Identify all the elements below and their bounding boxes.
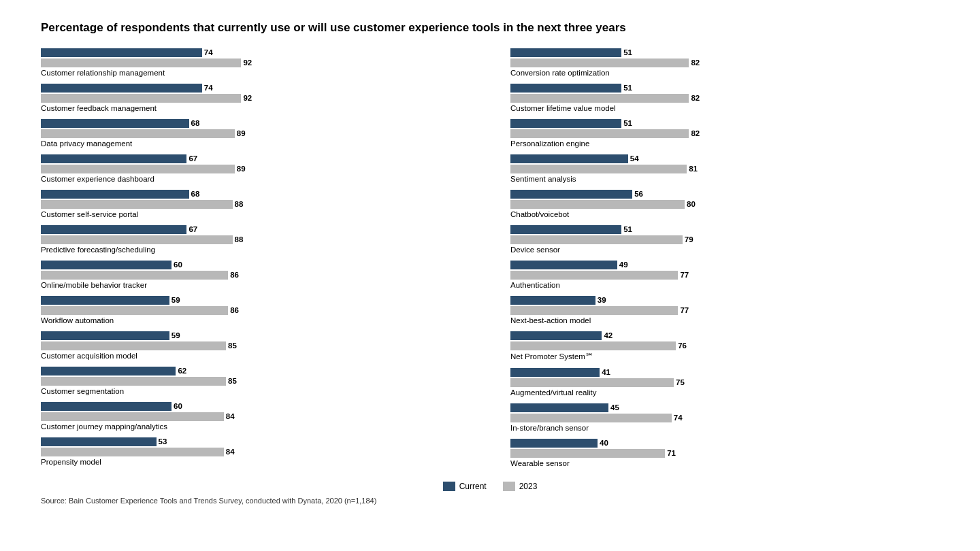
bar-group: 5985Customer acquisition model [41,331,470,362]
category-label: In-store/branch sensor [510,423,939,434]
future-value-label: 86 [230,306,239,314]
bar-group: 5182Customer lifetime value model [510,83,939,114]
future-bar [510,306,678,315]
current-value-label: 68 [191,119,200,127]
current-value-label: 74 [204,48,213,56]
current-bar [510,154,628,163]
current-value-label: 60 [174,402,182,410]
current-bar [510,331,602,340]
source-text: Source: Bain Customer Experience Tools a… [41,497,939,505]
category-label: Customer journey mapping/analytics [41,422,470,433]
legend-current-box [443,482,455,491]
bar-group: 4574In-store/branch sensor [510,403,939,434]
current-value-label: 51 [623,225,632,233]
current-bar-row: 51 [510,118,939,128]
future-value-label: 92 [243,94,252,102]
future-bar-row: 82 [510,58,939,67]
future-value-label: 85 [228,341,237,350]
bar-group: 6086Online/mobile behavior tracker [41,260,470,291]
current-bar [41,84,202,93]
future-bar-row: 81 [510,164,939,173]
future-bar-row: 88 [41,199,470,209]
current-bar [510,403,608,412]
bar-group: 5182Conversion rate optimization [510,48,939,79]
future-bar-row: 75 [510,378,939,387]
category-label: Customer lifetime value model [510,103,939,114]
current-value-label: 62 [178,367,186,375]
current-value-label: 68 [191,190,200,198]
future-bar-row: 84 [41,447,470,456]
current-bar-row: 45 [510,403,939,412]
bar-group: 7492Customer relationship management [41,48,470,79]
chart-title: Percentage of respondents that currently… [41,20,939,35]
future-bar-row: 89 [41,129,470,138]
right-chart: 5182Conversion rate optimization5182Cust… [510,48,939,473]
legend-future-box [503,482,515,491]
category-label: Customer experience dashboard [41,174,470,185]
legend: Current 2023 [41,482,939,491]
future-bar [510,94,689,103]
future-bar-row: 86 [41,305,470,315]
future-bar [41,165,235,173]
future-bar-row: 77 [510,305,939,315]
future-bar-row: 82 [510,93,939,103]
current-value-label: 74 [204,84,213,92]
future-value-label: 84 [226,448,235,456]
current-bar-row: 54 [510,154,939,163]
future-bar [510,59,689,67]
current-bar [41,119,189,128]
future-bar [510,449,665,458]
future-bar-row: 86 [41,270,470,280]
future-value-label: 75 [676,378,685,386]
current-value-label: 40 [600,439,608,447]
future-value-label: 80 [687,200,696,208]
category-label: Propensity model [41,457,470,468]
current-bar [41,225,186,234]
future-bar [510,341,676,350]
category-label: Augmented/virtual reality [510,388,939,399]
future-value-label: 92 [243,59,252,67]
future-value-label: 88 [235,200,244,208]
current-bar-row: 59 [41,295,470,305]
current-bar [510,225,621,234]
bar-group: 5481Sentiment analysis [510,154,939,185]
future-value-label: 77 [680,306,689,314]
current-bar [510,439,598,448]
chart-container: 7492Customer relationship management7492… [41,48,939,473]
future-value-label: 86 [230,271,239,279]
bar-group: 6789Customer experience dashboard [41,154,470,185]
future-bar-row: 85 [41,341,470,350]
current-bar [41,190,189,199]
current-bar-row: 51 [510,83,939,93]
future-bar-row: 88 [41,235,470,244]
current-bar [41,261,172,269]
current-value-label: 67 [189,154,197,163]
future-value-label: 82 [691,94,700,102]
future-value-label: 85 [228,377,237,385]
legend-current: Current [443,482,487,491]
current-value-label: 51 [623,48,632,56]
legend-future: 2023 [503,482,538,491]
category-label: Net Promoter System℠ [510,351,939,363]
future-value-label: 71 [667,449,676,457]
bar-group: 5384Propensity model [41,437,470,468]
category-label: Online/mobile behavior tracker [41,280,470,291]
future-value-label: 89 [237,165,246,173]
category-label: Chatbot/voicebot [510,210,939,220]
current-bar [510,48,621,57]
future-bar [41,306,228,315]
future-value-label: 81 [689,165,698,173]
future-value-label: 84 [226,412,235,420]
future-bar-row: 82 [510,129,939,138]
future-bar [510,165,687,173]
current-value-label: 67 [189,225,197,233]
bar-group: 6285Customer segmentation [41,366,470,397]
current-bar-row: 51 [510,224,939,234]
bar-group: 6788Predictive forecasting/scheduling [41,224,470,256]
current-value-label: 45 [610,403,619,412]
current-bar-row: 49 [510,260,939,269]
category-label: Customer relationship management [41,68,470,79]
current-bar-row: 39 [510,295,939,305]
current-bar-row: 67 [41,154,470,163]
bar-group: 5986Workflow automation [41,295,470,327]
